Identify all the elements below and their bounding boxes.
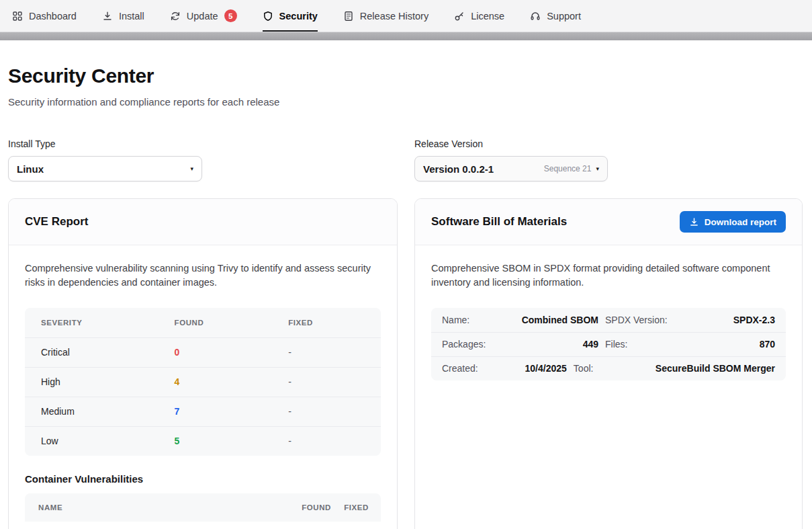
nav-tab-label: Dashboard [29, 11, 77, 22]
nav-tab-label: Support [547, 11, 581, 22]
chevron-down-icon: ▾ [190, 166, 193, 172]
page-title: Security Center [8, 65, 803, 87]
severity-row-high: High 4 - [25, 367, 381, 397]
severity-row-low: Low 5 - [25, 426, 381, 456]
nav-tab-label: Update [187, 11, 218, 22]
shield-icon [263, 11, 273, 22]
fixed-header-cell: FIXED [288, 319, 381, 327]
refresh-icon [170, 11, 181, 22]
severity-label: Critical [25, 347, 175, 358]
sbom-description: Comprehensive SBOM in SPDX format provid… [431, 261, 786, 290]
sbom-field-value: SPDX-2.3 [687, 315, 775, 325]
document-icon [343, 11, 354, 22]
nav-tab-install[interactable]: Install [102, 0, 144, 32]
severity-found-count: 4 [175, 376, 289, 387]
release-version-filter: Release Version Version 0.0.2-1 Sequence… [414, 138, 803, 181]
nav-tab-label: Install [119, 11, 144, 22]
release-version-label: Release Version [414, 138, 803, 149]
name-header-cell: NAME [38, 503, 283, 512]
release-sequence-text: Sequence 21 [544, 164, 592, 173]
nav-tab-license[interactable]: License [454, 0, 504, 32]
nav-tab-label: Release History [360, 11, 428, 22]
found-header-cell: FOUND [283, 503, 331, 512]
filters-row: Install Type Linux ▾ Release Version Ver… [8, 138, 803, 181]
cve-report-title: CVE Report [25, 215, 88, 229]
cve-report-header: CVE Report [9, 199, 397, 245]
severity-label: Low [25, 436, 175, 446]
severity-row-medium: Medium 7 - [25, 397, 381, 426]
sbom-field-label: Name: [442, 315, 504, 325]
install-type-label: Install Type [8, 138, 398, 149]
main-content: Security Center Security information and… [0, 40, 812, 529]
nav-tab-update[interactable]: Update 5 [170, 0, 237, 32]
install-type-value: Linux [17, 163, 185, 175]
nav-tab-release-history[interactable]: Release History [343, 0, 428, 32]
sbom-field-label: SPDX Version: [605, 315, 680, 325]
severity-table: SEVERITY FOUND FIXED Critical 0 - High 4… [25, 308, 381, 456]
download-report-label: Download report [705, 217, 776, 227]
severity-row-critical: Critical 0 - [25, 337, 381, 367]
release-version-value: Version 0.0.2-1 [423, 163, 544, 175]
cve-report-description: Comprehensive vulnerability scanning usi… [25, 261, 381, 290]
report-cards: CVE Report Comprehensive vulnerability s… [8, 198, 803, 529]
sbom-field-label: Files: [605, 339, 680, 350]
sbom-body: Comprehensive SBOM in SPDX format provid… [415, 245, 802, 397]
severity-header-cell: SEVERITY [25, 319, 175, 327]
nav-tab-label: License [471, 11, 504, 22]
cve-report-body: Comprehensive vulnerability scanning usi… [9, 245, 397, 529]
headset-icon [530, 11, 541, 22]
sbom-field-value: 449 [510, 339, 598, 350]
cve-report-card: CVE Report Comprehensive vulnerability s… [8, 198, 398, 529]
severity-fixed-count: - [288, 436, 381, 446]
sbom-field-label: Tool: [574, 363, 649, 374]
download-icon [689, 217, 699, 227]
chevron-down-icon: ▾ [596, 166, 599, 172]
release-version-select[interactable]: Version 0.0.2-1 Sequence 21 ▾ [414, 156, 608, 181]
severity-found-count: 5 [175, 436, 289, 446]
severity-table-header: SEVERITY FOUND FIXED [25, 308, 381, 337]
sbom-info-table: Name: Combined SBOM SPDX Version: SPDX-2… [431, 308, 786, 380]
severity-label: Medium [25, 406, 175, 417]
severity-found-count: 7 [175, 406, 289, 417]
sbom-info-row: Packages: 449 Files: 870 [431, 332, 786, 356]
severity-fixed-count: - [288, 376, 381, 387]
nav-tab-dashboard[interactable]: Dashboard [12, 0, 77, 32]
sbom-field-value: Combined SBOM [510, 315, 598, 325]
sbom-info-row: Name: Combined SBOM SPDX Version: SPDX-2… [431, 308, 786, 332]
download-icon [102, 11, 113, 22]
found-header-cell: FOUND [175, 319, 289, 327]
sbom-field-value: 10/4/2025 [510, 363, 567, 374]
key-icon [454, 11, 465, 22]
grid-icon [12, 11, 23, 22]
nav-tab-security[interactable]: Security [263, 0, 318, 32]
sbom-field-label: Created: [442, 363, 504, 374]
page-subtitle: Security information and compliance repo… [8, 96, 803, 108]
nav-tab-label: Security [279, 11, 318, 22]
install-type-select[interactable]: Linux ▾ [8, 156, 202, 181]
sbom-field-label: Packages: [442, 339, 504, 350]
severity-fixed-count: - [288, 406, 381, 417]
container-table-header: NAME FOUND FIXED [25, 493, 381, 522]
update-count-badge: 5 [224, 9, 237, 22]
sbom-header: Software Bill of Materials Download repo… [415, 199, 802, 245]
sbom-field-value: 870 [687, 339, 775, 350]
nav-tab-support[interactable]: Support [530, 0, 581, 32]
window-divider [0, 32, 812, 40]
sbom-card: Software Bill of Materials Download repo… [414, 198, 803, 529]
container-vulnerabilities-title: Container Vulnerabilities [25, 473, 381, 485]
sbom-title: Software Bill of Materials [431, 215, 567, 229]
sbom-field-value: SecureBuild SBOM Merger [656, 363, 775, 374]
sbom-info-row: Created: 10/4/2025 Tool: SecureBuild SBO… [431, 356, 786, 380]
severity-found-count: 0 [175, 347, 289, 358]
fixed-header-cell: FIXED [331, 503, 369, 512]
top-navigation: Dashboard Install Update 5 Security Rele… [0, 0, 812, 32]
install-type-filter: Install Type Linux ▾ [8, 138, 398, 181]
download-report-button[interactable]: Download report [680, 211, 786, 233]
severity-fixed-count: - [288, 347, 381, 358]
severity-label: High [25, 376, 175, 387]
